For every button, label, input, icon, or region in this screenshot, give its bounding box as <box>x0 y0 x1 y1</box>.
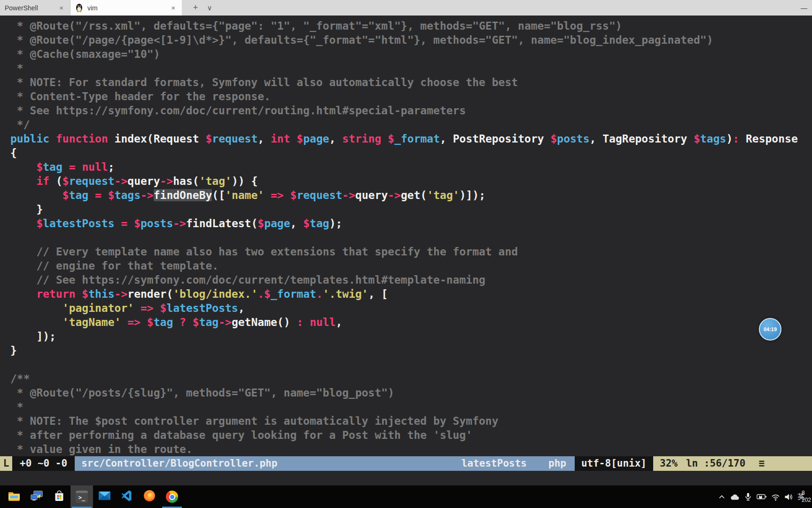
code-line: // Every template name also has two exte… <box>10 245 798 259</box>
code-line: * @Route("/posts/{slug}", methods="GET",… <box>10 386 798 400</box>
code-line: return $this->render('blog/index.'.$_for… <box>10 287 798 301</box>
clock-time: 8 <box>802 490 812 497</box>
code-line: 'paginator' => $latestPosts, <box>10 301 798 315</box>
code-line: * @Cache(smaxage="10") <box>10 47 798 61</box>
vscode-icon <box>121 490 133 504</box>
code-line: * NOTE: The $post controller argument is… <box>10 414 798 428</box>
taskbar-file-explorer-button[interactable] <box>3 485 25 508</box>
code-area: * @Route("/rss.xml", defaults={"page": "… <box>10 19 798 456</box>
hidden-icons-chevron-icon[interactable] <box>718 494 726 500</box>
system-tray: 英 <box>718 485 804 508</box>
code-line: * after performing a database query look… <box>10 428 798 442</box>
code-line: * <box>10 61 798 75</box>
code-line: $latestPosts = $posts->findLatest($page,… <box>10 216 798 230</box>
windows-taskbar: >_ <box>0 485 812 508</box>
taskbar-mail-button[interactable] <box>93 485 116 508</box>
code-line: } <box>10 202 798 216</box>
code-line: * Content-Type header for the response. <box>10 89 798 103</box>
windows-terminal-icon: >_ <box>76 491 88 503</box>
file-explorer-icon <box>8 491 20 503</box>
code-line: */ <box>10 118 798 132</box>
line-position: ln :56/170 <box>686 456 745 471</box>
mode-indicator: L <box>0 456 12 471</box>
code-line: * value given in the route. <box>10 442 798 456</box>
code-line: if ($request->query->has('tag')) { <box>10 174 798 188</box>
chrome-icon <box>166 491 178 503</box>
scroll-percent: 32% <box>660 456 678 471</box>
encoding-indicator: utf-8[unix] <box>575 456 653 471</box>
taskbar-firefox-button[interactable] <box>138 485 161 508</box>
code-line: // See https://symfony.com/doc/current/t… <box>10 273 798 287</box>
code-line <box>10 357 798 372</box>
mail-icon <box>98 491 111 502</box>
code-line: $tag = null; <box>10 160 798 174</box>
wifi-icon[interactable] <box>771 493 780 501</box>
clock-date: 202 <box>802 497 812 504</box>
tab-vim-close-icon[interactable]: × <box>169 4 177 11</box>
taskbar-remote-desktop-button[interactable] <box>25 485 48 508</box>
menu-icon: ≡ <box>758 456 765 471</box>
code-line: /** <box>10 372 798 386</box>
code-line: * NOTE: For standard formats, Symfony wi… <box>10 75 798 89</box>
code-line: 'tagName' => $tag ? $tag->getName() : nu… <box>10 315 798 329</box>
minimize-button[interactable]: — <box>796 0 812 16</box>
volume-icon[interactable] <box>784 493 793 501</box>
code-line: // engine for that template. <box>10 259 798 273</box>
battery-icon[interactable] <box>757 492 767 501</box>
tray-clock[interactable]: 8 202 <box>802 485 812 508</box>
new-tab-button[interactable]: + <box>188 0 203 16</box>
remote-desktop-icon <box>31 490 43 504</box>
taskbar-chrome-button[interactable] <box>161 485 183 508</box>
code-line: * @Route("/page/{page<[1-9]\d*>}", defau… <box>10 33 798 47</box>
current-word-indicator: latestPosts <box>461 456 527 471</box>
microsoft-store-icon <box>54 490 65 504</box>
microphone-icon[interactable] <box>744 492 752 501</box>
terminal-titlebar: PowerShell × vim × + ∨ — <box>0 0 812 16</box>
tab-dropdown-button[interactable]: ∨ <box>203 0 217 16</box>
recording-timer-value: 04:19 <box>764 326 777 332</box>
file-path: src/Controller/BlogController.php <box>75 456 277 471</box>
terminal-screen: * @Route("/rss.xml", defaults={"page": "… <box>0 16 812 485</box>
code-line: public function index(Request $request, … <box>10 132 798 146</box>
recording-timer-badge[interactable]: 04:19 <box>759 318 781 341</box>
onedrive-cloud-icon[interactable] <box>730 493 740 500</box>
taskbar-microsoft-store-button[interactable] <box>48 485 70 508</box>
filetype-indicator: php <box>548 456 566 471</box>
code-line: * See https://symfony.com/doc/current/ro… <box>10 103 798 118</box>
statusline-position-segment: 32% ln :56/170 ≡ <box>653 456 812 471</box>
code-line: { <box>10 146 798 160</box>
tab-vim[interactable]: vim × <box>70 0 182 16</box>
code-line <box>10 230 798 245</box>
tux-linux-icon <box>75 3 83 12</box>
tab-powershell[interactable]: PowerShell × <box>0 0 70 16</box>
firefox-icon <box>143 490 156 504</box>
code-line: $tag = $tags->findOneBy(['name' => $requ… <box>10 188 798 202</box>
tab-powershell-label: PowerShell <box>5 4 38 12</box>
vim-statusline: L +0 ~0 -0 src/Controller/BlogController… <box>0 456 812 471</box>
taskbar-windows-terminal-button[interactable]: >_ <box>70 485 93 508</box>
tab-vim-label: vim <box>87 4 98 12</box>
code-line: } <box>10 343 798 357</box>
taskbar-vscode-button[interactable] <box>116 485 138 508</box>
code-line: * <box>10 400 798 414</box>
git-hunks-indicator: +0 ~0 -0 <box>12 456 75 471</box>
code-line: ]); <box>10 329 798 343</box>
code-line: * @Route("/rss.xml", defaults={"page": "… <box>10 19 798 33</box>
tab-powershell-close-icon[interactable]: × <box>57 4 65 11</box>
statusline-file-segment: src/Controller/BlogController.php latest… <box>75 456 575 471</box>
